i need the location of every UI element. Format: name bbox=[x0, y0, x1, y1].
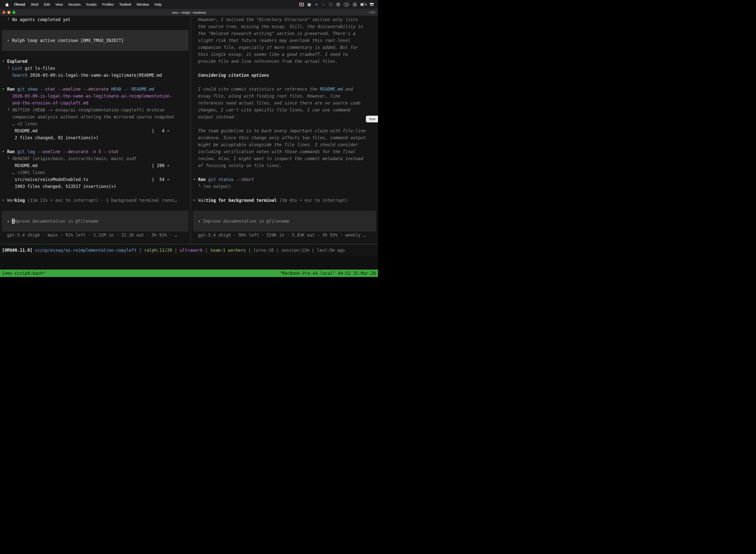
terminal-bottom-filler bbox=[0, 256, 378, 270]
command-input-right[interactable]: › Improve documentation in @filename bbox=[193, 211, 376, 232]
text-segment: | bbox=[136, 248, 144, 253]
input-placeholder-text: Improve documentation in @filename bbox=[203, 219, 289, 224]
menu-item-scripts[interactable]: Scripts bbox=[83, 0, 100, 9]
terminal-line bbox=[193, 190, 376, 197]
text-segment: └ bbox=[2, 156, 12, 161]
terminal-line: README.md | 4 + bbox=[2, 127, 189, 134]
text-segment: • bbox=[2, 149, 7, 154]
menu-item-shell[interactable]: Shell bbox=[28, 0, 41, 9]
terminal-line bbox=[193, 120, 376, 127]
menu-item-window[interactable]: Window bbox=[134, 0, 152, 9]
menu-item-help[interactable]: Help bbox=[152, 0, 165, 9]
terminal-window: └ No agents completed yet › Ralph loop a… bbox=[0, 16, 378, 277]
menu-bar-status-icons: ▦●●8.61Aϟ bbox=[299, 2, 375, 7]
terminal-line bbox=[193, 65, 376, 72]
left-terminal-pane[interactable]: └ No agents completed yet › Ralph loop a… bbox=[0, 16, 190, 244]
terminal-line: src/voice/voiceModeEnabled.ts | 54 + bbox=[2, 176, 189, 183]
terminal-line bbox=[2, 190, 189, 197]
banner-text: Ralph loop active continue [OMX_TMUX_INJ… bbox=[12, 38, 124, 43]
command-input-left[interactable]: › Improve documentation in @filename bbox=[2, 211, 189, 232]
menu-item-edit[interactable]: Edit bbox=[41, 0, 53, 9]
window-close-button[interactable] bbox=[2, 11, 5, 14]
menu-bar-left: iTerm2 Shell Edit View Session Scripts P… bbox=[3, 0, 164, 9]
text-segment: + bbox=[167, 163, 170, 168]
right-terminal-pane[interactable]: However, I noticed the "Directory Struct… bbox=[190, 16, 378, 244]
text-segment: 4b9d30f (origin/main, instructkr/main, m… bbox=[12, 156, 137, 161]
right-scrollback: However, I noticed the "Directory Struct… bbox=[193, 16, 376, 211]
terminal-line: Considering citation options bbox=[193, 72, 376, 79]
left-scrollback-top: └ No agents completed yet bbox=[2, 16, 189, 30]
terminal-line bbox=[2, 23, 189, 30]
text-segment: git ls-files bbox=[22, 66, 55, 71]
screen-recording-stop-icon[interactable] bbox=[299, 3, 304, 6]
inject-banner: › Ralph loop active continue [OMX_TMUX_I… bbox=[2, 30, 189, 51]
text-segment: companion analysis without altering the … bbox=[2, 114, 175, 119]
app-icon-dark-glyph: ● bbox=[322, 2, 325, 7]
text-segment: 2 files changed, 92 insertions(+) bbox=[2, 135, 99, 140]
menu-item-view[interactable]: View bbox=[53, 0, 65, 9]
control-center-icon[interactable] bbox=[370, 3, 374, 6]
menu-item-profiles[interactable]: Profiles bbox=[100, 0, 117, 9]
text-segment: last:5m ago bbox=[317, 248, 345, 253]
text-segment: src/voice/voiceModeEnabled.ts | 54 bbox=[2, 177, 167, 182]
text-segment: • bbox=[2, 59, 7, 64]
text-segment: HEAD -- README.md bbox=[111, 87, 154, 92]
text-segment: session:12m bbox=[281, 248, 309, 253]
text-segment: … +1901 lines bbox=[2, 170, 45, 175]
text-segment: └ bbox=[2, 66, 12, 71]
terminal-line: output instead. bbox=[193, 113, 376, 120]
text-segment: | bbox=[203, 248, 210, 253]
terminal-line: might be acceptable alongside the file l… bbox=[193, 141, 376, 148]
screen-share-tab[interactable]: Scre bbox=[366, 116, 378, 122]
terminal-line: • Ran git status --short bbox=[193, 176, 376, 183]
text-segment: • bbox=[193, 177, 198, 182]
menu-item-toolbelt[interactable]: Toolbelt bbox=[117, 0, 134, 9]
text-segment: references need actual files, and since … bbox=[193, 101, 361, 106]
prompt-chevron: › bbox=[7, 219, 12, 224]
text-segment: The team guideline is to back every impo… bbox=[193, 128, 366, 133]
battery-percent-icon[interactable]: .61 bbox=[344, 3, 349, 6]
text-segment: Ran bbox=[7, 149, 17, 154]
terminal-line: evidence. Since this change only affects… bbox=[193, 134, 376, 141]
keyboard-viewer-icon[interactable]: ▦ bbox=[308, 2, 311, 7]
app-icon-blue[interactable]: ● bbox=[315, 2, 318, 7]
text-segment: ultrawork bbox=[180, 248, 203, 253]
text-segment: essay file, along with finding root file… bbox=[193, 94, 340, 99]
terminal-line: slight risk that future readers may over… bbox=[193, 37, 376, 44]
banner-prompt-chevron: › bbox=[7, 38, 12, 43]
battery-percent-icon-glyph: .61 bbox=[345, 3, 348, 6]
terminal-line: companion analysis without altering the … bbox=[2, 113, 189, 120]
menu-item-iterm2[interactable]: iTerm2 bbox=[11, 0, 28, 9]
text-segment: turns:10 bbox=[253, 248, 273, 253]
battery-charging-icon[interactable]: ϟ bbox=[360, 3, 366, 6]
text-segment: Wai bbox=[198, 198, 206, 203]
terminal-line: └ 4b9d30f (origin/main, instructkr/main,… bbox=[2, 155, 189, 162]
terminal-line: provide file and line references from th… bbox=[193, 58, 376, 65]
menu-item-session[interactable]: Session bbox=[65, 0, 83, 9]
app-icon-dark[interactable]: ● bbox=[322, 2, 325, 7]
text-segment bbox=[2, 73, 12, 78]
app-grid-icon[interactable] bbox=[329, 3, 333, 6]
input-source-icon[interactable]: A bbox=[353, 3, 357, 6]
window-zoom-button[interactable] bbox=[12, 11, 15, 14]
terminal-line bbox=[2, 79, 189, 86]
text-segment: ralph:11/20 bbox=[144, 248, 172, 253]
window-minimize-button[interactable] bbox=[7, 11, 10, 14]
text-segment: Search bbox=[12, 73, 27, 78]
input-placeholder-text: mprove documentation in @filename bbox=[15, 219, 99, 224]
text-segment: --stat --oneline --decorate bbox=[40, 87, 111, 92]
text-segment: README.md | 4 bbox=[2, 128, 167, 133]
text-segment: and-the-erosion-of-copyleft.md bbox=[2, 101, 88, 106]
text-segment: --short bbox=[236, 177, 254, 182]
text-segment: | bbox=[273, 248, 281, 253]
text-segment: [OMX#0.11.9] bbox=[2, 248, 35, 253]
window-title-bar[interactable]: omx --xhigh --madmax ⌥⌘1 bbox=[0, 9, 378, 16]
terminal-line: this single essay, it seems like a good … bbox=[193, 51, 376, 58]
text-segment: git log bbox=[17, 149, 38, 154]
password-manager-icon[interactable]: 8 bbox=[336, 3, 340, 6]
text-segment: the "Related research writing" section i… bbox=[193, 31, 356, 36]
text-segment: cczip/essay/ai-reimplementation-copyleft bbox=[35, 248, 136, 253]
terminal-line: review. Also, I might want to inspect th… bbox=[193, 155, 376, 162]
apple-menu-icon[interactable] bbox=[3, 2, 11, 7]
text-segment: slight risk that future readers may over… bbox=[193, 38, 351, 43]
